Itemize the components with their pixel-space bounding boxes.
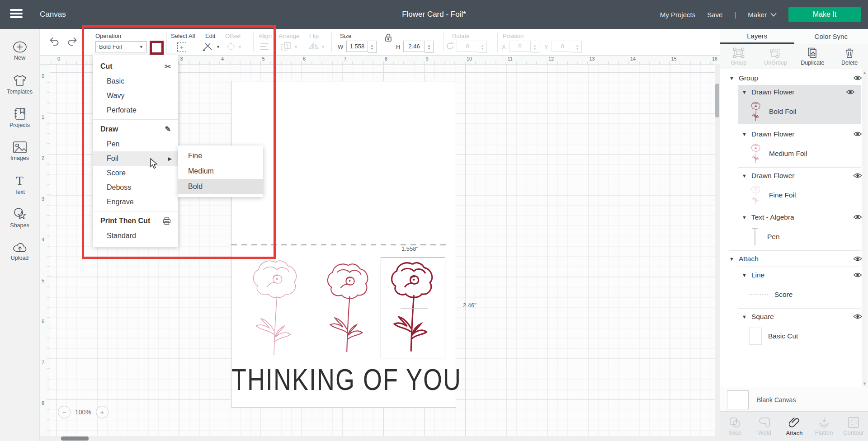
blank-canvas-swatch[interactable] (727, 390, 749, 409)
card-artboard[interactable]: THINKING OF YOU (231, 81, 456, 408)
stepper-up-icon: ▲ (371, 44, 374, 47)
layer-group-row[interactable]: ▼ Group (720, 71, 868, 85)
layer-item-fine-foil[interactable]: Fine Foil (720, 183, 868, 208)
sidebar-item-text[interactable]: T Text (0, 168, 40, 202)
collapse-caret-icon[interactable]: ▼ (742, 131, 747, 137)
color-swatch[interactable] (150, 41, 164, 55)
menu-item-score[interactable]: Score (93, 166, 178, 180)
sidebar-item-upload[interactable]: Upload (0, 235, 40, 268)
submenu-item-fine[interactable]: Fine (178, 148, 263, 164)
zoom-out-button[interactable]: − (58, 406, 71, 418)
horizontal-scrollbar-thumb[interactable] (61, 436, 89, 441)
horizontal-scrollbar[interactable] (40, 436, 720, 441)
visibility-eye-icon[interactable] (853, 214, 862, 220)
vertical-scrollbar-thumb[interactable] (715, 84, 719, 117)
visibility-eye-icon[interactable] (853, 272, 862, 278)
ruler-top-number: 0 (57, 56, 60, 61)
size-lock-icon[interactable] (383, 33, 393, 42)
layer-drawn-flower-row[interactable]: ▼ Drawn Flower (720, 127, 868, 141)
sidebar-item-shapes[interactable]: Shapes (0, 202, 40, 235)
selection-bounding-box[interactable] (381, 257, 445, 358)
layer-square-row[interactable]: ▼ Square (720, 310, 868, 324)
collapse-caret-icon[interactable]: ▼ (742, 272, 747, 278)
select-all-icon[interactable]: + (177, 42, 186, 52)
my-projects-link[interactable]: My Projects (660, 11, 695, 19)
sidebar-item-images[interactable]: Images (0, 135, 40, 168)
collapse-caret-icon[interactable]: ▼ (742, 314, 747, 319)
zoom-in-button[interactable]: + (96, 406, 108, 418)
slice-button: Slice (720, 412, 750, 441)
collapse-caret-icon[interactable]: ▼ (729, 75, 734, 81)
sidebar-item-templates[interactable]: Templates (0, 68, 40, 101)
scroll-down-icon[interactable]: ▼ (863, 381, 867, 386)
save-link[interactable]: Save (707, 11, 722, 19)
submenu-item-bold[interactable]: Bold (178, 179, 263, 194)
offset-icon (226, 42, 236, 51)
tab-layers[interactable]: Layers (720, 29, 794, 44)
text-thumbnail (749, 227, 761, 246)
machine-selector[interactable]: Maker (748, 11, 777, 19)
operation-select[interactable]: Bold Foil ▼ (95, 41, 147, 52)
visibility-eye-icon[interactable] (853, 314, 862, 319)
layer-attach-row[interactable]: ▼ Attach (720, 252, 868, 266)
layer-item-basic-cut[interactable]: Basic Cut (720, 324, 868, 349)
header: Canvas Flower Card - Foil* My Projects S… (0, 0, 868, 29)
layer-item-medium-foil[interactable]: Medium Foil (720, 141, 868, 166)
hamburger-menu-icon[interactable] (10, 9, 23, 19)
menu-item-wavy[interactable]: Wavy (93, 89, 178, 103)
redo-icon[interactable] (66, 36, 79, 47)
menu-item-perforate[interactable]: Perforate (93, 103, 178, 117)
menu-item-deboss[interactable]: Deboss (93, 180, 178, 195)
layers-scrollbar[interactable]: ▲ ▼ (862, 69, 868, 387)
height-input[interactable] (403, 41, 425, 52)
width-input[interactable] (346, 41, 368, 52)
width-stepper[interactable]: ▲▼ (368, 41, 377, 53)
attach-button[interactable]: Attach (779, 412, 809, 441)
layer-drawn-flower-row[interactable]: ▼ Drawn Flower (720, 169, 868, 183)
height-stepper[interactable]: ▲▼ (425, 41, 434, 53)
menu-item-engrave[interactable]: Engrave (93, 195, 178, 209)
flower-thumbnail (749, 185, 763, 206)
collapse-caret-icon[interactable]: ▼ (742, 89, 747, 95)
tab-color-sync[interactable]: Color Sync (794, 29, 868, 44)
visibility-eye-icon[interactable] (853, 131, 862, 137)
undo-icon[interactable] (48, 36, 61, 47)
layer-item-bold-foil[interactable]: Bold Foil (738, 99, 861, 124)
visibility-eye-icon[interactable] (853, 256, 862, 262)
visibility-eye-icon[interactable] (846, 89, 855, 95)
menu-item-standard[interactable]: Standard (93, 229, 178, 243)
scroll-up-icon[interactable]: ▲ (863, 70, 867, 75)
select-all-label: Select All (171, 33, 195, 39)
flower-fine-foil[interactable] (244, 256, 307, 360)
collapse-caret-icon[interactable]: ▼ (729, 256, 734, 262)
layer-text-algebra-row[interactable]: ▼ Text - Algebra (720, 210, 868, 224)
layer-item-pen[interactable]: Pen (720, 224, 868, 249)
menu-item-basic[interactable]: Basic (93, 74, 178, 89)
duplicate-button[interactable]: Duplicate (794, 44, 831, 69)
nav-canvas-label[interactable]: Canvas (40, 0, 66, 29)
menu-item-pen[interactable]: Pen (93, 137, 178, 151)
sidebar-item-label: New (14, 55, 25, 61)
ruler-top-number: 11 (508, 56, 513, 61)
edit-icon[interactable] (203, 42, 214, 51)
flower-medium-foil[interactable] (320, 256, 377, 360)
collapse-caret-icon[interactable]: ▼ (742, 215, 747, 220)
delete-button[interactable]: Delete (831, 44, 868, 69)
collapse-caret-icon[interactable]: ▼ (742, 173, 747, 178)
layer-line-row[interactable]: ▼ Line (720, 268, 868, 282)
sidebar-item-projects[interactable]: Projects (0, 101, 40, 135)
menu-item-foil[interactable]: Foil ▶ (93, 151, 178, 166)
visibility-eye-icon[interactable] (853, 75, 862, 81)
foil-submenu: Fine Medium Bold (178, 145, 263, 197)
vertical-scrollbar[interactable] (715, 64, 720, 436)
sidebar-item-new[interactable]: New (0, 34, 40, 68)
flower-bold-foil[interactable] (383, 258, 443, 356)
layer-drawn-flower-row[interactable]: ▼ Drawn Flower (738, 85, 861, 99)
menu-divider (93, 211, 178, 211)
make-it-button[interactable]: Make It (788, 7, 861, 22)
align-label: Align (259, 33, 272, 39)
layer-item-score[interactable]: Score (720, 282, 868, 307)
card-sentiment-text[interactable]: THINKING OF YOU (231, 362, 456, 397)
visibility-eye-icon[interactable] (853, 173, 862, 178)
submenu-item-medium[interactable]: Medium (178, 164, 263, 179)
